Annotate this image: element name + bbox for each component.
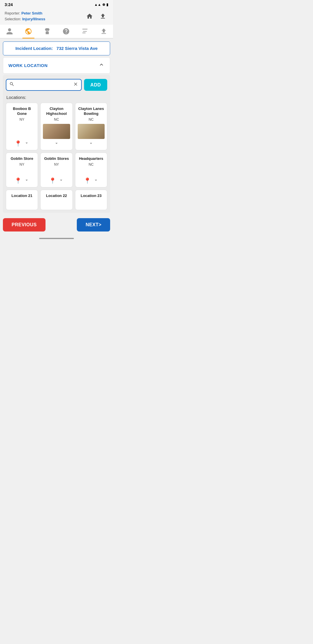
expand-icon	[54, 141, 59, 147]
location-card-location22[interactable]: Location 22	[40, 190, 72, 210]
selection-value: Injury/Illness	[22, 17, 45, 21]
previous-button[interactable]: PREVIOUS	[3, 218, 46, 231]
card-thumbnail	[78, 124, 105, 139]
locations-label: Locations:	[6, 95, 107, 100]
header-icons	[84, 11, 108, 22]
location-card-location23[interactable]: Location 23	[75, 190, 107, 210]
pin-icon: 📍	[14, 140, 22, 147]
search-row: ADD	[6, 79, 107, 91]
location-name: Goblin Store	[11, 156, 33, 161]
reporter-label: Reporter:	[5, 11, 20, 15]
location-name: Location 21	[12, 193, 32, 198]
content-area: ADD Locations: Booboo B Gone NY 📍 Clayto…	[3, 75, 110, 213]
header-info: Reporter: Peter Smith Selection: Injury/…	[5, 10, 45, 22]
location-state: NY	[19, 117, 24, 122]
location-card-booboo[interactable]: Booboo B Gone NY 📍	[6, 103, 38, 150]
expand-icon	[24, 178, 29, 184]
location-state: NC	[89, 117, 94, 122]
selection-label: Selection:	[5, 17, 21, 21]
pin-icon: 📍	[14, 177, 22, 184]
expand-icon	[93, 178, 99, 184]
location-card-headquarters[interactable]: Headquarters NC 📍	[75, 153, 107, 187]
location-card-goblin-store[interactable]: Goblin Store NY 📍	[6, 153, 38, 187]
location-state: NY	[19, 162, 24, 167]
battery-icon: ▮	[106, 3, 108, 7]
tab-upload[interactable]	[98, 26, 110, 37]
location-name: Headquarters	[79, 156, 103, 161]
card-bottom: 📍	[84, 177, 99, 184]
home-indicator	[0, 236, 113, 240]
location-name: Location 23	[81, 193, 101, 198]
tab-megaphone[interactable]	[79, 26, 91, 37]
next-button[interactable]: NEXT>	[77, 218, 110, 231]
search-icon	[9, 82, 14, 88]
location-grid: Booboo B Gone NY 📍 Clayton Highschool NC	[6, 103, 107, 187]
export-button[interactable]	[97, 11, 108, 22]
add-button[interactable]: ADD	[84, 79, 107, 91]
pin-icon: 📍	[49, 177, 56, 184]
expand-icon	[59, 178, 64, 184]
clear-icon[interactable]	[73, 82, 78, 88]
card-thumbnail	[43, 124, 70, 139]
home-bar	[39, 238, 74, 239]
location-name: Booboo B Gone	[8, 106, 35, 116]
card-bottom: 📍	[14, 140, 29, 147]
location-card-goblin-stores[interactable]: Goblin Stores NY 📍	[40, 153, 72, 187]
tab-globe[interactable]	[22, 26, 34, 37]
incident-banner: Incident Location: 732 Sierra Vista Ave	[3, 41, 110, 55]
location-partial-row: Location 21 Location 22 Location 23	[6, 190, 107, 210]
work-location-title: WORK LOCATION	[8, 63, 48, 68]
tab-question[interactable]	[60, 26, 72, 37]
location-state: NC	[54, 117, 59, 122]
location-state: NY	[54, 162, 59, 167]
status-bar: 3:24 ▲▲ ⊕ ▮	[0, 0, 113, 8]
header: Reporter: Peter Smith Selection: Injury/…	[0, 8, 113, 25]
work-location-header[interactable]: WORK LOCATION	[3, 57, 110, 74]
location-name: Clayton Lanes Bowling	[78, 106, 105, 116]
nav-tabs	[0, 25, 113, 39]
tab-worker[interactable]	[41, 26, 53, 37]
reporter-row: Reporter: Peter Smith	[5, 10, 45, 16]
home-button[interactable]	[84, 11, 95, 22]
card-bottom	[54, 141, 59, 147]
location-state: NC	[89, 162, 94, 167]
card-bottom: 📍	[14, 177, 29, 184]
expand-icon	[88, 141, 94, 147]
chevron-up-icon	[98, 61, 105, 69]
card-bottom: 📍	[49, 177, 64, 184]
location-name: Location 22	[46, 193, 67, 198]
search-input[interactable]	[16, 79, 73, 90]
location-card-location21[interactable]: Location 21	[6, 190, 38, 210]
status-icons: ▲▲ ⊕ ▮	[94, 3, 108, 7]
nav-buttons: PREVIOUS NEXT>	[0, 214, 113, 236]
signal-icon: ▲▲	[94, 3, 101, 7]
reporter-name: Peter Smith	[21, 11, 42, 15]
tab-person[interactable]	[3, 26, 16, 37]
incident-location-text: Incident Location: 732 Sierra Vista Ave	[15, 46, 98, 51]
pin-icon: 📍	[84, 177, 91, 184]
expand-icon	[24, 140, 29, 147]
time-display: 3:24	[5, 2, 13, 7]
location-card-clayton-lanes[interactable]: Clayton Lanes Bowling NC	[75, 103, 107, 150]
location-card-clayton-highschool[interactable]: Clayton Highschool NC	[40, 103, 72, 150]
location-name: Clayton Highschool	[43, 106, 70, 116]
wifi-icon: ⊕	[102, 3, 105, 7]
search-input-wrap	[6, 79, 82, 91]
location-name: Goblin Stores	[44, 156, 69, 161]
selection-row: Selection: Injury/Illness	[5, 16, 45, 22]
card-bottom	[88, 141, 94, 147]
